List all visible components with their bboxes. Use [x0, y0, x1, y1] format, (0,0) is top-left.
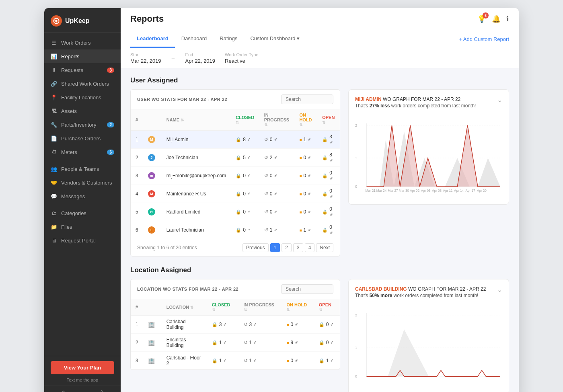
loc-open-cell: 🔒 0 ♂	[314, 316, 340, 334]
sidebar-item-facility-locations[interactable]: 📍 Facility Locations	[44, 90, 121, 104]
inprogress-cell: ↺ 0 ♂	[259, 131, 295, 149]
sidebar-item-meters[interactable]: ⏱ Meters 6	[44, 145, 121, 159]
sidebar-item-messages[interactable]: 💬 Messages	[44, 189, 121, 203]
help-button[interactable]: ℹ	[506, 14, 509, 23]
location-assigned-row: LOCATION WO STATS FOR MAR 22 - APR 22 # …	[130, 279, 509, 392]
user-search-input[interactable]	[281, 94, 333, 104]
loc-closed-cell: 🔒 3 ♂	[207, 316, 239, 334]
location-assigned-section: Location Assigned LOCATION WO STATS FOR …	[130, 266, 509, 392]
col-name[interactable]: NAME ⇅	[162, 109, 231, 131]
inprogress-cell: ↺ 0 ♂	[259, 185, 295, 203]
open-cell: 🔒 8 ♂	[317, 149, 340, 167]
avatar-cell: m	[143, 167, 162, 185]
next-btn[interactable]: Next	[316, 243, 333, 252]
wo-type-value: Reactive	[225, 58, 245, 64]
notification-badge: 5	[483, 12, 489, 18]
text-me-app[interactable]: Text me the app	[51, 378, 114, 382]
sidebar-item-categories[interactable]: 🗂 Categories	[44, 206, 121, 220]
rank-cell: 5	[131, 203, 143, 221]
col-closed[interactable]: CLOSED ⇅	[231, 109, 259, 131]
location-stats-table: # LOCATION ⇅ CLOSED ⇅ IN PROGRESS ⇅ ON H…	[131, 299, 340, 369]
loc-col-name[interactable]: LOCATION ⇅	[162, 299, 207, 316]
loc-inprogress-cell: ↺ 3 ♂	[239, 316, 282, 334]
loc-name-cell: Encinitas Building	[162, 334, 207, 352]
svg-text:1: 1	[355, 156, 357, 160]
po-icon: 📄	[51, 135, 57, 142]
content-area: User Assigned USER WO STATS FOR MAR 22 -…	[121, 68, 519, 392]
sidebar-item-people-teams[interactable]: 👥 People & Teams	[44, 162, 121, 176]
sidebar-nav: ☰ Work Orders 📊 Reports ⬇ Requests 3 🔗 S…	[44, 33, 121, 356]
svg-text:Apr 20: Apr 20	[477, 189, 487, 193]
view-plan-button[interactable]: View Your Plan	[51, 361, 114, 374]
page-4-btn[interactable]: 4	[305, 243, 315, 252]
tab-ratings[interactable]: Ratings	[213, 30, 244, 48]
sidebar-label-files: Files	[61, 224, 72, 230]
add-custom-report-button[interactable]: + Add Custom Report	[459, 36, 509, 42]
svg-text:2: 2	[355, 123, 357, 127]
col-onhold[interactable]: ON HOLD ⇅	[294, 109, 317, 131]
sidebar-label-messages: Messages	[61, 193, 85, 199]
sidebar-item-vendors[interactable]: 🤝 Vendors & Customers	[44, 176, 121, 189]
user-chart-title: MIJI ADMIN WO GRAPH FOR MAR 22 - APR 22	[355, 96, 476, 103]
sidebar-item-files[interactable]: 📁 Files	[44, 220, 121, 234]
tab-dashboard[interactable]: Dashboard	[175, 30, 214, 48]
sidebar-bottom: View Your Plan Text me the app	[44, 356, 121, 386]
page-2-btn[interactable]: 2	[282, 243, 292, 252]
bell-button[interactable]: 🔔	[492, 14, 501, 23]
sidebar-item-request-portal[interactable]: 🖥 Request Portal	[44, 234, 121, 247]
loc-onhold-cell: ■ 0 ♂	[282, 316, 314, 334]
user-chart-svg: 2 1 0	[355, 116, 502, 196]
col-inprogress[interactable]: IN PROGRESS ⇅	[259, 109, 295, 131]
loc-col-open[interactable]: OPEN ⇅	[314, 299, 340, 316]
sidebar-item-parts-inventory[interactable]: 🔧 Parts/Inventory 2	[44, 118, 121, 131]
sidebar-item-assets[interactable]: 🏗 Assets	[44, 104, 121, 118]
parts-badge: 2	[107, 122, 114, 127]
loc-col-onhold[interactable]: ON HOLD ⇅	[282, 299, 314, 316]
sidebar-label-vendors: Vendors & Customers	[61, 180, 112, 186]
reports-icon: 📊	[51, 53, 57, 60]
open-cell: 🔒 0 ♂	[317, 167, 340, 185]
contact-us-footer-item[interactable]: ? Contact Us	[82, 390, 121, 392]
user-assigned-row: USER WO STATS FOR MAR 22 - APR 22 # NAME…	[130, 89, 509, 257]
name-cell: Radford Limited	[162, 203, 231, 221]
location-search-input[interactable]	[281, 284, 333, 294]
people-icon: 👥	[51, 166, 57, 172]
location-chart-title: CARLSBAD BUILDING WO GRAPH FOR MAR 22 - …	[355, 286, 486, 293]
svg-text:Apr 14: Apr 14	[454, 189, 464, 193]
location-chart-header: CARLSBAD BUILDING WO GRAPH FOR MAR 22 - …	[355, 286, 502, 303]
location-chart-collapse[interactable]: ⌄	[497, 286, 502, 293]
sidebar-item-purchase-orders[interactable]: 📄 Purchase Orders	[44, 131, 121, 145]
col-rank: #	[131, 109, 143, 131]
page-1-btn[interactable]: 1	[270, 243, 280, 252]
col-open[interactable]: OPEN ⇅	[317, 109, 340, 131]
settings-footer-item[interactable]: ⚙ Settings	[44, 390, 82, 392]
avatar-cell: M	[143, 185, 162, 203]
tab-custom-dashboard[interactable]: Custom Dashboard ▾	[244, 30, 306, 48]
table-row: 6 L Laurel Technician 🔒 0 ♂ ↺ 1 ♂ ■ 1 ♂ …	[131, 221, 340, 239]
user-chart-collapse[interactable]: ⌄	[497, 96, 502, 104]
user-chart-card: MIJI ADMIN WO GRAPH FOR MAR 22 - APR 22 …	[348, 89, 509, 205]
loc-icon-cell: 🏢	[143, 316, 162, 334]
open-cell: 🔒 3 ♂	[317, 131, 340, 149]
loc-col-closed[interactable]: CLOSED ⇅	[207, 299, 239, 316]
prev-btn[interactable]: Previous	[242, 243, 269, 252]
notifications-button[interactable]: 💡 5	[477, 14, 486, 23]
closed-cell: 🔒 5 ♂	[231, 149, 259, 167]
sidebar-footer: ⚙ Settings ? Contact Us	[44, 386, 121, 392]
filter-start: Start Mar 22, 2019	[130, 52, 161, 64]
loc-col-inprogress[interactable]: IN PROGRESS ⇅	[239, 299, 282, 316]
sidebar-item-shared-work-orders[interactable]: 🔗 Shared Work Orders	[44, 77, 121, 90]
tab-leaderboard[interactable]: Leaderboard	[130, 30, 175, 48]
settings-icon: ⚙	[62, 390, 65, 392]
requests-badge: 3	[107, 68, 114, 73]
sidebar-item-work-orders[interactable]: ☰ Work Orders	[44, 36, 121, 49]
sidebar-label-po: Purchase Orders	[61, 135, 101, 142]
open-cell: 🔒 0 ♂	[317, 185, 340, 203]
page-3-btn[interactable]: 3	[293, 243, 303, 252]
table-row: 2 J Joe Technician 🔒 5 ♂ ↺ 2 ♂ ■ 0 ♂ 🔒 8…	[131, 149, 340, 167]
inprogress-cell: ↺ 1 ♂	[259, 221, 295, 239]
sidebar-item-reports[interactable]: 📊 Reports	[44, 49, 121, 63]
end-label: End	[185, 52, 215, 57]
sidebar-item-requests[interactable]: ⬇ Requests 3	[44, 63, 121, 77]
sidebar-label-requests: Requests	[61, 67, 83, 73]
